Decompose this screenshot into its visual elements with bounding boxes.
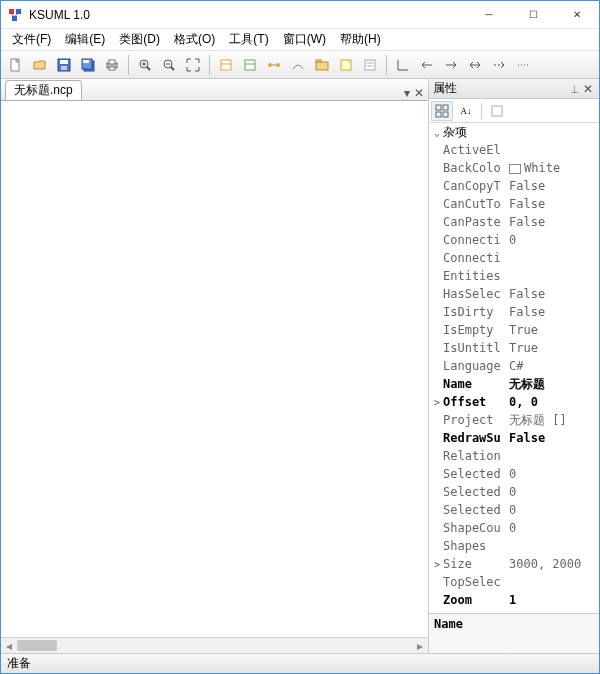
property-value[interactable]: 0, 0 [507,395,599,409]
menu-item[interactable]: 格式(O) [167,29,222,50]
minimize-button[interactable]: ─ [467,1,511,29]
dash-arrow-button[interactable] [488,54,510,76]
property-row[interactable]: ActiveEl [429,141,599,159]
new-file-button[interactable] [5,54,27,76]
tab-dropdown-icon[interactable]: ▾ [404,86,410,100]
property-value[interactable]: 无标题 [507,376,599,393]
fit-button[interactable] [182,54,204,76]
property-category[interactable]: ⌄ 杂项 [429,123,599,141]
property-value[interactable]: False [507,287,599,301]
categorized-icon[interactable] [431,101,453,121]
panel-close-icon[interactable]: ✕ [581,82,595,96]
property-row[interactable]: ShapeCou0 [429,519,599,537]
diagram-canvas[interactable] [1,101,428,637]
menu-item[interactable]: 编辑(E) [58,29,112,50]
property-value[interactable]: False [507,215,599,229]
relation-button[interactable] [263,54,285,76]
dotted-button[interactable] [512,54,534,76]
save-button[interactable] [53,54,75,76]
collapse-icon[interactable]: ⌄ [431,127,443,138]
property-row[interactable]: HasSelecFalse [429,285,599,303]
property-row[interactable]: IsDirtyFalse [429,303,599,321]
property-value[interactable]: True [507,341,599,355]
property-value[interactable]: 1 [507,593,599,607]
interface-button[interactable] [239,54,261,76]
property-row[interactable]: Relation [429,447,599,465]
property-row[interactable]: LanguageC# [429,357,599,375]
menu-item[interactable]: 文件(F) [5,29,58,50]
property-value[interactable]: 0 [507,233,599,247]
class-button[interactable] [215,54,237,76]
expand-icon[interactable]: > [431,559,443,570]
property-row[interactable]: Shapes [429,537,599,555]
maximize-button[interactable]: ☐ [511,1,555,29]
note-button[interactable] [335,54,357,76]
properties-grid[interactable]: ⌄ 杂项 ActiveElBackColoWhiteCanCopyTFalseC… [429,123,599,613]
menu-item[interactable]: 工具(T) [222,29,275,50]
expand-icon[interactable]: > [431,397,443,408]
arrow-left-button[interactable] [416,54,438,76]
property-row[interactable]: >Size3000, 2000 [429,555,599,573]
zoom-in-button[interactable] [134,54,156,76]
property-value[interactable]: 0 [507,467,599,481]
property-row[interactable]: BackColoWhite [429,159,599,177]
property-value[interactable]: False [507,197,599,211]
scroll-right-icon[interactable]: ▸ [412,638,428,653]
property-row[interactable]: IsUntitlTrue [429,339,599,357]
line-button[interactable] [392,54,414,76]
property-value[interactable]: 无标题 [] [507,412,599,429]
property-row[interactable]: Zoom1 [429,591,599,609]
comment-button[interactable] [359,54,381,76]
property-row[interactable]: Selected0 [429,501,599,519]
property-value[interactable]: False [507,305,599,319]
property-row[interactable]: Connecti [429,249,599,267]
horizontal-scrollbar[interactable]: ◂ ▸ [1,637,428,653]
property-row[interactable]: RedrawSuFalse [429,429,599,447]
alphabetical-icon[interactable]: A↓ [455,101,477,121]
zoom-out-button[interactable] [158,54,180,76]
property-row[interactable]: CanCutToFalse [429,195,599,213]
property-name: Offset [443,395,507,409]
property-row[interactable]: Selected0 [429,483,599,501]
pin-icon[interactable]: ⟂ [567,82,581,96]
tab-close-icon[interactable]: ✕ [414,86,424,100]
property-row[interactable]: Entities [429,267,599,285]
property-row[interactable]: Connecti0 [429,231,599,249]
property-value[interactable]: False [507,179,599,193]
arrow-right-button[interactable] [440,54,462,76]
note-icon [338,57,354,73]
property-pages-icon[interactable] [486,101,508,121]
property-row[interactable]: Name无标题 [429,375,599,393]
arrow-bi-button[interactable] [464,54,486,76]
property-value[interactable]: 3000, 2000 [507,557,599,571]
property-value[interactable]: 0 [507,503,599,517]
property-row[interactable]: Selected0 [429,465,599,483]
scroll-thumb[interactable] [17,640,57,651]
menu-item[interactable]: 窗口(W) [276,29,333,50]
property-row[interactable]: CanPasteFalse [429,213,599,231]
property-row[interactable]: TopSelec [429,573,599,591]
property-value[interactable]: White [507,161,599,175]
menu-item[interactable]: 类图(D) [112,29,167,50]
assoc-button[interactable] [287,54,309,76]
package-icon [314,57,330,73]
property-value[interactable]: False [507,431,599,445]
property-value[interactable]: 0 [507,485,599,499]
property-value[interactable]: True [507,323,599,337]
menu-item[interactable]: 帮助(H) [333,29,388,50]
svg-rect-13 [109,60,115,64]
open-button[interactable] [29,54,51,76]
property-row[interactable]: IsEmptyTrue [429,321,599,339]
document-tab[interactable]: 无标题.ncp [5,80,82,100]
property-row[interactable]: Project无标题 [] [429,411,599,429]
package-button[interactable] [311,54,333,76]
property-row[interactable]: CanCopyTFalse [429,177,599,195]
close-button[interactable]: ✕ [555,1,599,29]
print-button[interactable] [101,54,123,76]
property-value[interactable]: 0 [507,521,599,535]
property-value[interactable]: C# [507,359,599,373]
scroll-left-icon[interactable]: ◂ [1,638,17,653]
save-all-button[interactable] [77,54,99,76]
property-row[interactable]: >Offset0, 0 [429,393,599,411]
toolbar-separator [386,55,387,75]
